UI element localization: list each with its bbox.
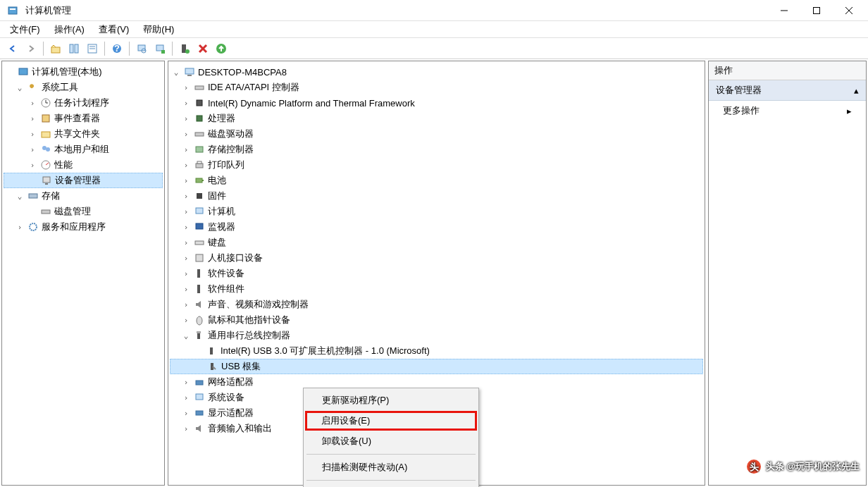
expand-icon[interactable]: ›	[181, 223, 191, 232]
tree-local-users[interactable]: ›本地用户和组	[4, 142, 163, 157]
maximize-button[interactable]	[800, 0, 833, 21]
folder-share-icon	[40, 128, 51, 140]
tree-system-tools[interactable]: ⌄系统工具	[4, 80, 163, 95]
svg-rect-47	[196, 178, 202, 183]
dev-keyboard[interactable]: ›键盘	[170, 235, 703, 250]
expand-icon[interactable]: ›	[181, 176, 191, 185]
services-icon	[27, 221, 39, 233]
expand-icon[interactable]: ›	[181, 207, 191, 216]
tree-event-viewer[interactable]: ›事件查看器	[4, 111, 163, 126]
ctx-scan-hw[interactable]: 扫描检测硬件改动(A)	[305, 457, 477, 478]
title-bar: 计算机管理	[0, 0, 868, 21]
expand-icon[interactable]: ›	[181, 393, 191, 402]
expand-icon[interactable]: ›	[181, 161, 191, 170]
dev-firmware[interactable]: ›固件	[170, 188, 703, 204]
expand-icon[interactable]: ›	[181, 424, 191, 433]
dev-usb-root-hub[interactable]: USB 根集	[170, 359, 703, 374]
system-dev-icon	[194, 392, 205, 403]
collapse-icon[interactable]: ⌄	[171, 68, 181, 77]
dev-usb-host[interactable]: Intel(R) USB 3.0 可扩展主机控制器 - 1.0 (Microso…	[170, 343, 703, 359]
ctx-properties[interactable]: 属性(R)	[305, 483, 477, 487]
expand-icon[interactable]: ›	[181, 130, 191, 139]
dev-computer[interactable]: ⌄DESKTOP-M4BCPA8	[170, 64, 703, 80]
dev-disk-drives[interactable]: ›磁盘驱动器	[170, 126, 703, 142]
expand-icon[interactable]: ›	[27, 114, 37, 123]
expand-icon[interactable]: ›	[181, 192, 191, 201]
collapse-icon[interactable]: ⌄	[181, 331, 191, 340]
dev-hid[interactable]: ›人机接口设备	[170, 250, 703, 266]
expand-icon[interactable]: ›	[181, 99, 191, 108]
up-level-button[interactable]	[47, 40, 64, 57]
update-button[interactable]	[213, 40, 230, 57]
dev-sound[interactable]: ›声音、视频和游戏控制器	[170, 297, 703, 312]
dev-storage-ctrl[interactable]: ›存储控制器	[170, 142, 703, 157]
expand-icon[interactable]: ›	[27, 145, 37, 154]
svg-rect-38	[185, 68, 194, 74]
expand-icon[interactable]: ›	[27, 161, 37, 170]
dev-cpu[interactable]: ›处理器	[170, 111, 703, 126]
dev-software-dev[interactable]: ›软件设备	[170, 266, 703, 281]
ctx-uninstall[interactable]: 卸载设备(U)	[305, 431, 477, 452]
add-legacy-button[interactable]	[151, 40, 168, 57]
svg-rect-62	[196, 394, 203, 400]
close-button[interactable]	[833, 0, 865, 21]
menu-help[interactable]: 帮助(H)	[140, 22, 177, 37]
minimize-button[interactable]	[768, 0, 800, 21]
expand-icon[interactable]: ›	[181, 300, 191, 309]
tree-task-scheduler[interactable]: ›任务计划程序	[4, 95, 163, 111]
tree-root[interactable]: 计算机管理(本地)	[4, 64, 163, 80]
tree-disk-management[interactable]: 磁盘管理	[4, 204, 163, 219]
properties-button[interactable]	[84, 40, 101, 57]
expand-icon[interactable]: ›	[15, 223, 25, 232]
menu-view[interactable]: 查看(V)	[96, 22, 132, 37]
actions-more[interactable]: 更多操作 ▸	[709, 101, 866, 121]
tree-services-apps[interactable]: ›服务和应用程序	[4, 219, 163, 235]
expand-arrow-icon: ▸	[847, 106, 852, 116]
dev-computer-node[interactable]: ›计算机	[170, 204, 703, 219]
svg-rect-6	[51, 47, 60, 53]
back-button[interactable]	[4, 40, 21, 57]
expand-icon[interactable]: ›	[181, 316, 191, 325]
printer-icon	[194, 159, 205, 171]
forward-button[interactable]	[23, 40, 39, 57]
collapse-icon[interactable]: ⌄	[15, 192, 25, 201]
help-button[interactable]: ?	[108, 40, 125, 57]
actions-category[interactable]: 设备管理器 ▴	[709, 80, 866, 101]
dev-software-comp[interactable]: ›软件组件	[170, 281, 703, 297]
expand-icon[interactable]: ›	[181, 83, 191, 92]
dev-print-queue[interactable]: ›打印队列	[170, 157, 703, 173]
collapse-icon[interactable]: ⌄	[15, 83, 25, 92]
tree-shared-folders[interactable]: ›共享文件夹	[4, 126, 163, 142]
svg-rect-7	[70, 44, 73, 53]
dev-intel-thermal[interactable]: ›Intel(R) Dynamic Platform and Thermal F…	[170, 95, 703, 111]
expand-icon[interactable]: ›	[181, 254, 191, 263]
expand-icon[interactable]: ›	[27, 99, 37, 108]
expand-icon[interactable]: ›	[181, 269, 191, 278]
expand-icon[interactable]: ›	[181, 378, 191, 387]
dev-battery[interactable]: ›电池	[170, 173, 703, 188]
scan-button[interactable]	[133, 40, 150, 57]
expand-icon[interactable]: ›	[27, 130, 37, 139]
left-panel: 计算机管理(本地) ⌄系统工具 ›任务计划程序 ›事件查看器 ›共享文件夹 ›本…	[1, 61, 165, 486]
expand-icon[interactable]: ›	[181, 145, 191, 154]
tree-device-manager[interactable]: 设备管理器	[4, 173, 163, 188]
dev-monitor[interactable]: ›监视器	[170, 219, 703, 235]
dev-mouse[interactable]: ›鼠标和其他指针设备	[170, 312, 703, 328]
menu-action[interactable]: 操作(A)	[51, 22, 87, 37]
storage-ctrl-icon	[194, 144, 205, 155]
enable-button[interactable]	[176, 40, 193, 57]
expand-icon[interactable]: ›	[181, 285, 191, 294]
expand-icon[interactable]: ›	[181, 409, 191, 418]
show-hide-tree-button[interactable]	[66, 40, 82, 57]
ctx-update-driver[interactable]: 更新驱动程序(P)	[305, 390, 477, 411]
svg-rect-63	[196, 411, 203, 415]
menu-file[interactable]: 文件(F)	[7, 22, 43, 37]
tree-performance[interactable]: ›性能	[4, 157, 163, 173]
ctx-enable-device[interactable]: 启用设备(E)	[305, 411, 477, 431]
uninstall-button[interactable]	[194, 40, 211, 57]
dev-usb-ctrl[interactable]: ⌄通用串行总线控制器	[170, 328, 703, 343]
tree-storage[interactable]: ⌄存储	[4, 188, 163, 204]
expand-icon[interactable]: ›	[181, 114, 191, 123]
expand-icon[interactable]: ›	[181, 238, 191, 247]
dev-ide[interactable]: ›IDE ATA/ATAPI 控制器	[170, 80, 703, 95]
